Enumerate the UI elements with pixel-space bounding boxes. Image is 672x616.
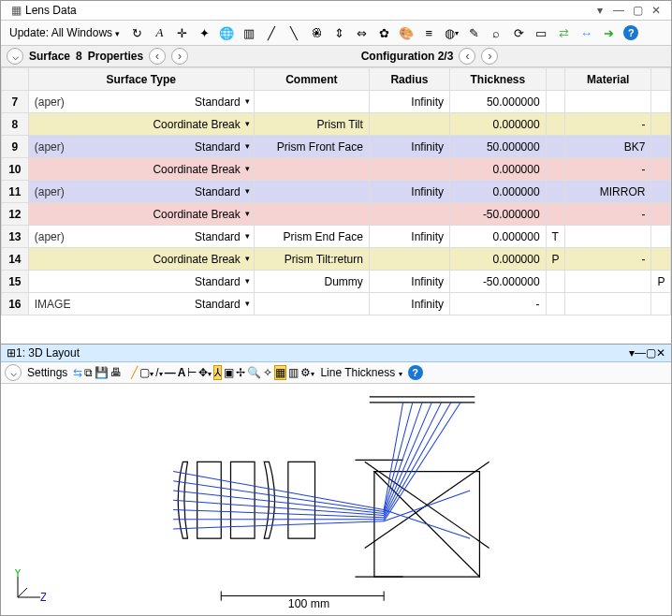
- flag2-cell[interactable]: [651, 248, 671, 271]
- prev-config-button[interactable]: ‹: [459, 48, 475, 65]
- flag-cell[interactable]: [546, 293, 565, 315]
- col-header[interactable]: [2, 68, 29, 91]
- settings-label[interactable]: Settings: [23, 366, 71, 379]
- plus-icon[interactable]: ✦: [194, 22, 214, 43]
- globe-icon[interactable]: 🌐: [216, 22, 237, 43]
- rect-icon[interactable]: ▢▾: [139, 366, 153, 379]
- line-thickness-dropdown[interactable]: Line Thickness ▾: [316, 366, 405, 379]
- comment-cell[interactable]: Prism Front Face: [254, 136, 369, 158]
- flag-cell[interactable]: [546, 271, 565, 293]
- pencil-icon[interactable]: ✎: [463, 22, 484, 43]
- radius-cell[interactable]: Infinity: [369, 91, 449, 113]
- table-row[interactable]: 9(aper)Standard▾Prism Front FaceInfinity…: [2, 136, 671, 158]
- thickness-cell[interactable]: 0.000000: [450, 181, 547, 203]
- col-header[interactable]: Thickness: [450, 68, 547, 91]
- material-cell[interactable]: MIRROR: [565, 181, 651, 203]
- comment-cell[interactable]: Prism Tilt: [254, 113, 369, 136]
- layout-canvas[interactable]: 100 mm Y Z: [1, 384, 671, 616]
- thick-icon[interactable]: —: [165, 366, 176, 379]
- magnify-icon[interactable]: 🔍: [247, 366, 261, 379]
- radius-cell[interactable]: [369, 113, 449, 136]
- flag-cell[interactable]: [546, 203, 565, 226]
- go-icon[interactable]: ➔: [598, 22, 619, 43]
- thickness-cell[interactable]: 50.000000: [450, 91, 547, 113]
- row-number[interactable]: 9: [2, 136, 29, 158]
- comment-cell[interactable]: [254, 181, 369, 203]
- col-header[interactable]: Material: [565, 68, 651, 91]
- flag-cell[interactable]: [546, 136, 565, 158]
- arrow3-icon[interactable]: ⇔: [351, 22, 372, 43]
- comment-cell[interactable]: [254, 91, 369, 113]
- wrench-icon[interactable]: ֎: [306, 22, 327, 43]
- flag2-cell[interactable]: [651, 181, 671, 203]
- radius-cell[interactable]: [369, 248, 449, 271]
- thickness-cell[interactable]: 0.000000: [450, 226, 547, 248]
- update-dropdown[interactable]: Update: All Windows ▾: [5, 23, 124, 42]
- row-number[interactable]: 14: [2, 248, 29, 271]
- flag2-cell[interactable]: [651, 136, 671, 158]
- palette-icon[interactable]: 🎨: [396, 22, 416, 43]
- page-icon[interactable]: ▭: [531, 22, 551, 43]
- comment-cell[interactable]: [254, 203, 369, 226]
- comment-cell[interactable]: Prism End Face: [254, 226, 369, 248]
- comment-cell[interactable]: [254, 293, 369, 315]
- a-icon[interactable]: A: [149, 22, 169, 43]
- swap-icon[interactable]: ⇄: [553, 22, 574, 43]
- flag2-cell[interactable]: [651, 293, 671, 315]
- flag-icon[interactable]: ✿: [373, 22, 394, 43]
- line2-icon[interactable]: ╲: [284, 22, 304, 43]
- wand2-icon[interactable]: ✧: [263, 366, 272, 379]
- text-a-icon[interactable]: A: [178, 366, 186, 379]
- comment-cell[interactable]: [254, 158, 369, 181]
- grid-icon[interactable]: ▥: [239, 22, 259, 43]
- refresh-icon[interactable]: ↻: [126, 22, 147, 43]
- material-cell[interactable]: [565, 91, 651, 113]
- box3d-icon[interactable]: ▣: [224, 366, 234, 379]
- material-cell[interactable]: [565, 293, 651, 315]
- maximize-icon[interactable]: ▢: [630, 3, 645, 18]
- comment-cell[interactable]: Prism Tilt:return: [254, 248, 369, 271]
- expand-button[interactable]: ⌵: [7, 48, 23, 65]
- material-cell[interactable]: [565, 271, 651, 293]
- flag2-cell[interactable]: [651, 158, 671, 181]
- thickness-cell[interactable]: 50.000000: [450, 136, 547, 158]
- radius-cell[interactable]: Infinity: [369, 226, 449, 248]
- surface-type-cell[interactable]: (aper)Standard▾: [28, 181, 254, 203]
- radius-cell[interactable]: Infinity: [369, 271, 449, 293]
- minimize-icon[interactable]: —: [611, 3, 626, 18]
- table-row[interactable]: 15Standard▾DummyInfinity-50.000000P: [2, 271, 671, 293]
- save-icon[interactable]: 💾: [95, 366, 109, 379]
- copy-icon[interactable]: ⧉: [84, 366, 93, 379]
- radius-cell[interactable]: [369, 203, 449, 226]
- help-icon[interactable]: ?: [621, 22, 641, 43]
- surface-type-cell[interactable]: Coordinate Break▾: [28, 113, 254, 136]
- col-header[interactable]: Surface Type: [28, 68, 254, 91]
- thickness-cell[interactable]: -50.000000: [450, 203, 547, 226]
- prev-surface-button[interactable]: ‹: [149, 48, 166, 65]
- flag-cell[interactable]: T: [546, 226, 565, 248]
- slash-icon[interactable]: /▾: [155, 366, 162, 379]
- layers-icon[interactable]: ≡: [418, 22, 439, 43]
- thickness-cell[interactable]: 0.000000: [450, 113, 547, 136]
- layout-help-icon[interactable]: ?: [408, 365, 423, 380]
- table-row[interactable]: 8Coordinate Break▾Prism Tilt0.000000-: [2, 113, 671, 136]
- radius-cell[interactable]: [369, 158, 449, 181]
- sync-icon[interactable]: ⇆: [73, 366, 82, 379]
- table-row[interactable]: 12Coordinate Break▾-50.000000-: [2, 203, 671, 226]
- radius-cell[interactable]: Infinity: [369, 293, 449, 315]
- surface-type-cell[interactable]: Coordinate Break▾: [28, 248, 254, 271]
- flag-cell[interactable]: [546, 91, 565, 113]
- frame-icon[interactable]: ▦: [274, 365, 286, 380]
- row-number[interactable]: 12: [2, 203, 29, 226]
- thickness-cell[interactable]: 0.000000: [450, 158, 547, 181]
- flag-cell[interactable]: [546, 181, 565, 203]
- toggle-icon[interactable]: ⌕: [486, 22, 506, 43]
- row-number[interactable]: 15: [2, 271, 29, 293]
- comment-cell[interactable]: Dummy: [254, 271, 369, 293]
- line-icon[interactable]: ╱: [261, 22, 282, 43]
- axis3d-icon[interactable]: ⅄: [213, 365, 222, 380]
- material-cell[interactable]: -: [565, 158, 651, 181]
- material-cell[interactable]: BK7: [565, 136, 651, 158]
- layout-close-icon[interactable]: ✕: [656, 346, 665, 359]
- arrow2-icon[interactable]: ⇕: [329, 22, 349, 43]
